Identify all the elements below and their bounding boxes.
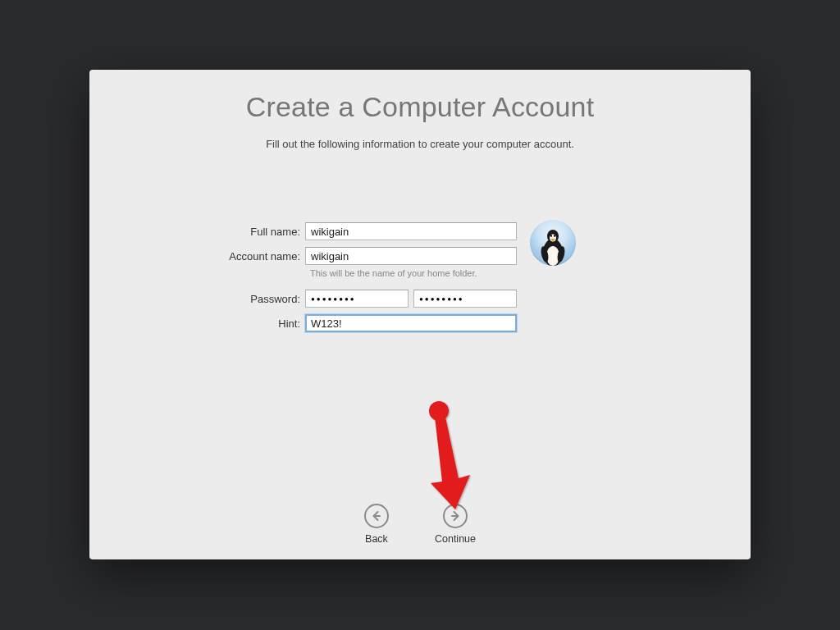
account-name-label: Account name: — [89, 250, 305, 262]
continue-button[interactable]: Continue — [435, 504, 476, 545]
arrow-left-icon — [364, 504, 389, 528]
full-name-input[interactable] — [305, 222, 517, 240]
svg-point-1 — [546, 246, 559, 266]
nav-buttons: Back Continue — [89, 504, 751, 545]
penguin-icon — [530, 220, 576, 266]
account-avatar[interactable] — [530, 220, 576, 266]
arrow-right-icon — [443, 504, 468, 528]
back-button[interactable]: Back — [364, 504, 389, 545]
page-subtitle: Fill out the following information to cr… — [266, 138, 574, 150]
account-form: Full name: Account name: This will be th… — [89, 222, 751, 339]
account-name-input[interactable] — [305, 247, 517, 265]
back-label: Back — [365, 533, 388, 545]
setup-panel: Create a Computer Account Fill out the f… — [89, 70, 751, 559]
continue-label: Continue — [435, 533, 476, 545]
svg-point-5 — [554, 235, 555, 236]
hint-label: Hint: — [89, 317, 305, 330]
account-name-helper: This will be the name of your home folde… — [310, 268, 751, 278]
full-name-label: Full name: — [89, 226, 305, 238]
hint-input[interactable] — [305, 314, 517, 332]
svg-point-4 — [550, 235, 552, 236]
password-label: Password: — [89, 293, 305, 305]
password-confirm-input[interactable]: ●●●●●●●● — [413, 290, 517, 308]
password-input[interactable]: ●●●●●●●● — [305, 290, 409, 308]
page-title: Create a Computer Account — [246, 91, 595, 123]
